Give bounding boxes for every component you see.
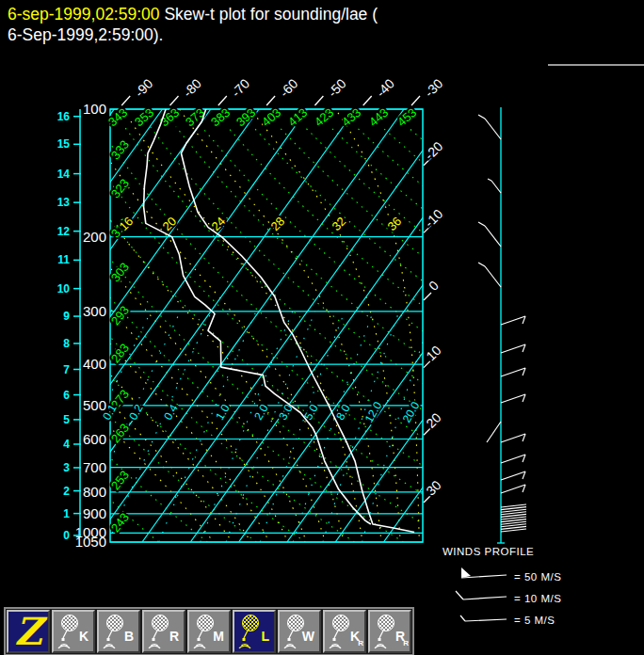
button-letter: K: [79, 629, 89, 644]
toolbar-button-w[interactable]: W: [278, 610, 321, 653]
svg-text:100: 100: [83, 101, 106, 117]
svg-text:253: 253: [108, 468, 132, 492]
svg-text:-90: -90: [132, 76, 156, 101]
svg-text:20: 20: [423, 409, 443, 430]
svg-text:283: 283: [108, 341, 132, 365]
winds-legend-icons: [456, 567, 507, 621]
svg-text:15: 15: [57, 137, 71, 151]
svg-text:13: 13: [57, 196, 71, 209]
svg-text:24: 24: [208, 214, 228, 233]
svg-text:-60: -60: [277, 76, 301, 101]
svg-text:-50: -50: [325, 76, 349, 101]
svg-text:300: 300: [83, 303, 106, 319]
legend-5ms-label: = 5 M/S: [514, 615, 555, 626]
svg-text:-30: -30: [422, 76, 446, 101]
svg-text:14: 14: [57, 168, 71, 181]
svg-text:900: 900: [83, 505, 106, 521]
dry-adiabat-lines: [0, 127, 644, 542]
toolbar-button-kr[interactable]: K R: [323, 610, 366, 653]
svg-text:1: 1: [63, 507, 70, 520]
svg-text:293: 293: [108, 303, 132, 328]
toolbar-button-l-active[interactable]: L: [233, 610, 276, 653]
svg-text:32: 32: [329, 214, 348, 233]
svg-text:800: 800: [83, 484, 106, 500]
button-subscript: R: [403, 639, 409, 647]
wind-profile: [478, 107, 526, 543]
toolbar: Z K B R M L W K R: [4, 607, 414, 655]
zebra-logo-icon: Z: [8, 612, 48, 651]
svg-text:-40: -40: [373, 76, 397, 101]
line-labels: 3433533633733833934034134234334434533333…: [100, 105, 422, 535]
svg-text:16: 16: [57, 110, 71, 123]
toolbar-button-m[interactable]: M: [187, 610, 231, 653]
svg-text:303: 303: [108, 260, 132, 284]
app-window: 6-sep-1999,02:59:00 Skew-t plot for soun…: [0, 0, 644, 655]
toolbar-button-r[interactable]: R: [142, 610, 185, 653]
toolbar-button-b[interactable]: B: [97, 610, 140, 653]
svg-text:11: 11: [57, 253, 70, 266]
svg-text:-70: -70: [228, 76, 252, 101]
svg-text:8: 8: [63, 337, 70, 350]
svg-text:700: 700: [83, 459, 106, 475]
toolbar-button-zebra-logo[interactable]: Z: [7, 610, 50, 653]
button-letter: L: [261, 629, 269, 644]
svg-text:30: 30: [423, 477, 443, 498]
winds-profile-title: WINDS PROFILE: [443, 546, 534, 557]
toolbar-button-rr[interactable]: R R: [368, 610, 411, 653]
svg-text:333: 333: [108, 137, 132, 162]
svg-text:36: 36: [384, 214, 404, 233]
svg-text:10: 10: [57, 282, 71, 296]
svg-text:-10: -10: [422, 206, 446, 231]
svg-text:5: 5: [63, 413, 70, 426]
svg-text:2: 2: [63, 485, 70, 498]
svg-text:-80: -80: [180, 76, 204, 101]
svg-text:263: 263: [108, 421, 132, 445]
svg-text:10: 10: [423, 343, 443, 363]
isotherm-lines: [0, 109, 644, 542]
svg-text:0: 0: [63, 529, 70, 542]
svg-text:7: 7: [63, 363, 70, 376]
svg-text:12: 12: [57, 225, 71, 238]
svg-text:20.0: 20.0: [400, 399, 423, 425]
temperature-trace: [181, 109, 414, 533]
svg-text:600: 600: [83, 431, 106, 447]
legend-10ms-label: = 10 M/S: [514, 593, 561, 604]
legend-50ms-label: = 50 M/S: [514, 571, 561, 583]
skewt-chart: 1002003004005006007008009001000105001234…: [0, 0, 644, 655]
svg-text:200: 200: [83, 229, 106, 245]
button-letter: W: [302, 629, 314, 644]
svg-text:9: 9: [63, 310, 70, 323]
svg-text:12.0: 12.0: [362, 399, 385, 425]
svg-text:400: 400: [83, 356, 106, 372]
height-axis: 012345678910111213141516: [57, 109, 81, 542]
button-letter: R: [169, 629, 179, 644]
svg-text:6: 6: [63, 389, 70, 402]
svg-text:3: 3: [63, 461, 70, 474]
svg-text:-20: -20: [422, 138, 446, 163]
button-subscript: R: [358, 639, 363, 647]
sounding-traces: [144, 109, 415, 533]
svg-text:20: 20: [159, 214, 179, 233]
svg-text:0: 0: [426, 278, 442, 294]
dewpoint-trace: [144, 109, 371, 524]
button-letter: M: [213, 629, 224, 644]
button-letter: B: [124, 629, 134, 644]
svg-text:28: 28: [267, 214, 287, 233]
svg-text:4: 4: [63, 438, 70, 451]
toolbar-button-k[interactable]: K: [52, 610, 95, 653]
